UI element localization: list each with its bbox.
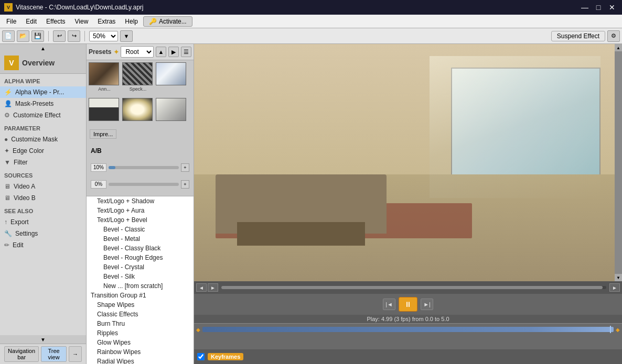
- param-slider-fill-1: [109, 166, 115, 169]
- preset-thumb-speck[interactable]: Speck...: [122, 62, 154, 96]
- menu-extras[interactable]: Extras: [93, 16, 120, 27]
- go-end-button[interactable]: ►|: [421, 299, 433, 310]
- tree-item-6[interactable]: Bevel - Rough Edges: [87, 253, 194, 262]
- keyframes-checkbox[interactable]: [197, 353, 205, 360]
- sidebar-item-edit[interactable]: ✏ Edit: [0, 239, 86, 251]
- tree-item-7[interactable]: Bevel - Crystal: [87, 262, 194, 272]
- room-table: [237, 222, 366, 246]
- tree-view-button[interactable]: Tree view: [41, 346, 67, 362]
- tree-item-2[interactable]: Text/Logo + Bevel: [87, 215, 194, 225]
- save-button[interactable]: 💾: [31, 30, 44, 42]
- keyframes-bar: Keyframes: [194, 349, 622, 364]
- pause-button[interactable]: ⏸: [399, 297, 417, 312]
- presets-play-button[interactable]: ▶: [168, 47, 179, 57]
- menu-help[interactable]: Help: [121, 16, 142, 27]
- presets-up-button[interactable]: ▲: [156, 47, 166, 57]
- param-value-2: 0%: [91, 180, 106, 189]
- menu-edit[interactable]: Edit: [22, 16, 41, 27]
- tree-item-1[interactable]: Text/Logo + Aura: [87, 206, 194, 215]
- presets-root-select[interactable]: Root: [121, 46, 154, 58]
- open-button[interactable]: 📂: [17, 30, 29, 42]
- preset-thumb-ann[interactable]: Ann...: [89, 62, 120, 96]
- tree-item-9[interactable]: New ... [from scratch]: [87, 281, 194, 291]
- maximize-button[interactable]: □: [593, 2, 604, 13]
- settings-icon-button[interactable]: ⚙: [607, 30, 620, 42]
- tree-item-17[interactable]: Radial Wipes: [87, 357, 194, 364]
- title-bar: V Vitascene - C:\DownLoadLy\DownLoadLy.a…: [0, 0, 622, 15]
- video-scroll-up[interactable]: ▲: [615, 44, 622, 51]
- menu-file[interactable]: File: [2, 16, 20, 27]
- sidebar-overview-header[interactable]: V Overview: [0, 52, 86, 74]
- preset-image-light4: [156, 98, 186, 121]
- alpha-wipe-section: Alpha Wipe: [0, 74, 86, 86]
- video-next-button[interactable]: ►: [208, 283, 218, 292]
- param-slider-2[interactable]: [109, 183, 179, 186]
- room-window: [451, 68, 601, 186]
- tree-item-3[interactable]: Bevel - Classic: [87, 225, 194, 234]
- tree-item-10[interactable]: Transition Group #1: [87, 291, 194, 300]
- sidebar-item-edge-color[interactable]: ✦ Edge Color: [0, 145, 86, 157]
- see-also-section: See also: [0, 204, 86, 216]
- sidebar-item-video-b[interactable]: 🖥 Video B: [0, 192, 86, 204]
- navigation-bar-button[interactable]: Navigation bar: [4, 346, 39, 362]
- sidebar-item-filter[interactable]: ▼ Filter: [0, 157, 86, 168]
- tree-item-14[interactable]: Ripples: [87, 328, 194, 338]
- tree-item-12[interactable]: Classic Effects: [87, 310, 194, 319]
- imprecision-tab[interactable]: Impre...: [90, 129, 116, 139]
- sidebar-nav-forward[interactable]: →: [69, 346, 82, 362]
- new-button[interactable]: 📄: [2, 30, 15, 42]
- param-slider-1[interactable]: [109, 166, 179, 169]
- sidebar-item-alpha-wipe-pr[interactable]: ⚡ Alpha Wipe - Pr...: [0, 86, 86, 98]
- sidebar-scroll-down[interactable]: ▼: [0, 335, 86, 344]
- sidebar-scroll-up[interactable]: ▲: [0, 44, 86, 52]
- tree-item-4[interactable]: Bevel - Metal: [87, 234, 194, 244]
- video-nav-right[interactable]: ►: [609, 283, 620, 292]
- close-button[interactable]: ✕: [606, 2, 618, 13]
- activate-button[interactable]: 🔑 Activate...: [143, 16, 192, 27]
- redo-button[interactable]: ↪: [68, 30, 80, 42]
- gear-icon: ⚙: [4, 112, 10, 119]
- suspend-effect-button[interactable]: Suspend Effect: [551, 31, 605, 41]
- sidebar-item-export[interactable]: ↑ Export: [0, 216, 86, 228]
- sidebar-item-video-a[interactable]: 🖥 Video A: [0, 181, 86, 192]
- preset-imprecision-row: Impre...: [89, 128, 191, 144]
- tree-item-15[interactable]: Glow Wipes: [87, 338, 194, 347]
- toolbar: 📄 📂 💾 ↩ ↪ 50% ▼ Suspend Effect ⚙: [0, 28, 622, 44]
- sidebar-item-customize-effect[interactable]: ⚙ Customize Effect: [0, 109, 86, 121]
- tree-item-8[interactable]: Bevel - Silk: [87, 272, 194, 281]
- sidebar-item-mask-presets[interactable]: 👤 Mask-Presets: [0, 98, 86, 109]
- preset-thumb-light4[interactable]: [156, 98, 187, 126]
- sidebar-item-customize-mask[interactable]: ● Customize Mask: [0, 134, 86, 145]
- timeline-start-marker[interactable]: ◆: [196, 327, 200, 333]
- sidebar-logo: V: [4, 56, 19, 70]
- tree-item-11[interactable]: Shape Wipes: [87, 300, 194, 310]
- minimize-button[interactable]: —: [579, 2, 591, 13]
- video-nav-bar: ◄ ► ►: [194, 281, 622, 294]
- video-prev-button[interactable]: ◄: [196, 283, 207, 292]
- timeline-end-marker[interactable]: ◆: [616, 327, 620, 333]
- tree-item-0[interactable]: Text/Logo + Shadow: [87, 196, 194, 206]
- zoom-dropdown[interactable]: ▼: [120, 30, 133, 42]
- tree-item-5[interactable]: Bevel - Classy Black: [87, 244, 194, 253]
- preset-image-light3: [122, 98, 153, 121]
- param-plus-1[interactable]: +: [181, 163, 189, 172]
- preset-thumb-light1[interactable]: [156, 62, 187, 96]
- go-start-button[interactable]: |◄: [383, 299, 395, 310]
- presets-list-button[interactable]: ☰: [181, 47, 191, 57]
- tree-item-13[interactable]: Burn Thru: [87, 319, 194, 328]
- menu-effects[interactable]: Effects: [42, 16, 69, 27]
- video-scrub-bar[interactable]: [221, 286, 606, 289]
- timeline-playhead: [610, 326, 611, 333]
- video-scroll-down[interactable]: ▼: [615, 274, 622, 281]
- tree-item-16[interactable]: Rainbow Wipes: [87, 347, 194, 357]
- undo-button[interactable]: ↩: [53, 30, 66, 42]
- timecode-text: Play: 4.99 (3 fps) from 0.0 to 5.0: [367, 316, 449, 322]
- sidebar-item-settings[interactable]: 🔧 Settings: [0, 228, 86, 239]
- param-plus-2[interactable]: +: [181, 180, 189, 189]
- star-root-icon: ✦: [113, 48, 120, 56]
- zoom-select[interactable]: 50%: [89, 31, 118, 41]
- timeline-track[interactable]: [202, 327, 614, 332]
- menu-view[interactable]: View: [71, 16, 93, 27]
- preset-thumb-light2[interactable]: [89, 98, 120, 126]
- preset-thumb-light3[interactable]: [122, 98, 154, 126]
